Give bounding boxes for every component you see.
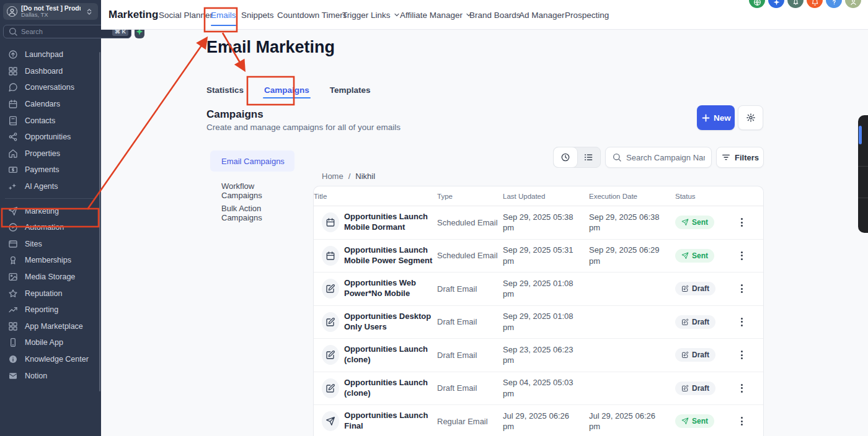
settings-button[interactable] xyxy=(738,105,763,130)
header-avatar-button[interactable] xyxy=(845,0,861,8)
campaign-type: Scheduled Email xyxy=(437,218,503,227)
sidebar-item-conversations[interactable]: Conversations xyxy=(0,79,99,96)
sidebar-item-contacts[interactable]: Contacts xyxy=(0,112,99,129)
topnav-prospecting[interactable]: ProspectingNew xyxy=(565,0,609,30)
tab-statistics[interactable]: Statistics xyxy=(206,78,244,104)
sidebar-item-reporting[interactable]: Reporting xyxy=(0,302,99,318)
location-switcher[interactable]: [Do not Test ] Produ... Dallas, TX xyxy=(3,3,98,20)
execution-date: Sep 29, 2025 06:29 pm xyxy=(589,245,662,266)
sidebar-item-notion[interactable]: Notion xyxy=(0,367,99,384)
campaign-type: Regular Email xyxy=(437,417,503,426)
row-type-calendar-icon xyxy=(322,212,339,232)
history-view-button[interactable] xyxy=(554,147,577,167)
topnav-social-planner[interactable]: Social Planner xyxy=(159,0,213,30)
topnav-affiliate-manager[interactable]: Affiliate Manager xyxy=(400,0,472,30)
rocket-icon xyxy=(792,0,800,6)
tab-campaigns[interactable]: Campaigns xyxy=(264,78,309,104)
avatar-icon xyxy=(849,0,857,6)
campaign-title[interactable]: Opportunities Launch Final xyxy=(344,411,437,432)
subnav-email-campaigns[interactable]: Email Campaigns xyxy=(210,150,294,172)
header-rocket-button[interactable] xyxy=(787,0,804,8)
row-type-calendar-icon xyxy=(322,246,339,266)
table-row[interactable]: Opportunities Web Power*No MobileDraft E… xyxy=(314,272,763,306)
filters-button[interactable]: Filters xyxy=(716,147,764,168)
reporting-icon xyxy=(8,305,18,315)
header-bell-button[interactable] xyxy=(807,0,823,8)
row-type-send-icon xyxy=(322,411,339,431)
marketplace-icon xyxy=(8,321,18,331)
row-menu-button[interactable] xyxy=(734,348,749,362)
sidebar-search-input[interactable] xyxy=(21,28,109,35)
row-menu-button[interactable] xyxy=(734,381,749,395)
topnav-brand-boards[interactable]: Brand Boards xyxy=(469,0,521,30)
campaign-title[interactable]: Opportunities Desktop Only Users xyxy=(344,312,437,333)
sidebar-item-marketing[interactable]: Marketing xyxy=(0,203,99,219)
sidebar-item-memberships[interactable]: Memberships xyxy=(0,252,99,269)
star-icon xyxy=(8,289,18,299)
sidebar-item-automation[interactable]: Automation xyxy=(0,219,99,236)
column-header-status: Status xyxy=(675,193,724,200)
status-badge: Sent xyxy=(675,414,714,428)
topnav-label: Countdown Timers xyxy=(277,11,347,20)
campaign-title[interactable]: Opportunities Launch (clone) xyxy=(344,344,437,365)
header-sparkles-button[interactable] xyxy=(768,0,784,8)
list-icon xyxy=(583,152,593,162)
sidebar-item-label: Media Storage xyxy=(25,272,75,281)
subnav-bulk-action-campaigns[interactable]: Bulk Action Campaigns xyxy=(210,204,294,222)
campaign-title[interactable]: Opportunities Launch Mobile Dormant xyxy=(344,212,437,233)
status-badge: Sent xyxy=(675,249,714,263)
sidebar-item-opportunities[interactable]: Opportunities xyxy=(0,129,99,146)
topnav-trigger-links[interactable]: Trigger Links xyxy=(342,0,401,30)
sidebar-item-media-storage[interactable]: Media Storage xyxy=(0,269,99,286)
topnav-ad-manager[interactable]: Ad Manager xyxy=(519,0,565,30)
table-row[interactable]: Opportunities Launch Mobile DormantSched… xyxy=(314,206,763,240)
sidebar-item-properties[interactable]: Properties xyxy=(0,146,99,162)
list-view-button[interactable] xyxy=(577,147,601,167)
row-menu-button[interactable] xyxy=(734,249,749,263)
table-row[interactable]: Opportunities Desktop Only UsersDraft Em… xyxy=(314,306,763,339)
sidebar-item-ai-agents[interactable]: AI Agents xyxy=(0,178,99,195)
row-menu-button[interactable] xyxy=(734,315,749,329)
row-menu-button[interactable] xyxy=(734,216,749,229)
row-menu-button[interactable] xyxy=(734,282,749,295)
status-badge: Draft xyxy=(675,315,715,329)
table-row[interactable]: Opportunities Launch FinalRegular EmailJ… xyxy=(314,405,763,436)
gear-icon xyxy=(746,113,756,123)
sidebar-item-dashboard[interactable]: Dashboard xyxy=(0,63,99,80)
sidebar-item-calendars[interactable]: Calendars xyxy=(0,96,99,113)
contacts-icon xyxy=(8,116,18,126)
sidebar-item-reputation[interactable]: Reputation xyxy=(0,285,99,302)
search-icon xyxy=(612,152,622,162)
collapsed-side-widget[interactable] xyxy=(858,115,868,233)
sidebar-item-knowledge-center[interactable]: Knowledge Center xyxy=(0,351,99,368)
sidebar-item-label: Payments xyxy=(25,165,60,174)
campaign-search[interactable] xyxy=(605,147,712,168)
edit-icon xyxy=(681,351,689,359)
sidebar-item-app-marketplace[interactable]: App Marketplace xyxy=(0,318,99,335)
topnav-emails[interactable]: Emails xyxy=(211,0,236,30)
page-tabs: StatisticsCampaignsTemplates xyxy=(206,78,371,104)
header-help-button[interactable] xyxy=(826,0,842,8)
topnav-countdown-timers[interactable]: Countdown Timers xyxy=(277,0,347,30)
campaign-title[interactable]: Opportunities Launch Mobile Power Segmen… xyxy=(344,245,437,266)
sidebar-item-payments[interactable]: Payments xyxy=(0,162,99,178)
campaign-type: Draft Email xyxy=(437,351,503,360)
row-menu-button[interactable] xyxy=(734,414,749,428)
new-campaign-button[interactable]: New xyxy=(697,105,735,130)
campaign-title[interactable]: Opportunities Launch (clone) xyxy=(344,378,437,399)
subnav-workflow-campaigns[interactable]: Workflow Campaigns xyxy=(210,181,294,200)
campaign-title[interactable]: Opportunities Web Power*No Mobile xyxy=(344,278,437,299)
header-globe-button[interactable] xyxy=(749,0,765,8)
sidebar-item-mobile-app[interactable]: Mobile App xyxy=(0,334,99,351)
sidebar-item-launchpad[interactable]: Launchpad xyxy=(0,46,99,63)
topnav-snippets[interactable]: Snippets xyxy=(241,0,274,30)
tab-templates[interactable]: Templates xyxy=(330,78,371,104)
table-row[interactable]: Opportunities Launch (clone)Draft EmailS… xyxy=(314,372,763,406)
unfold-icon xyxy=(84,7,94,17)
campaign-search-input[interactable] xyxy=(626,153,705,162)
sidebar-item-sites[interactable]: Sites xyxy=(0,236,99,253)
table-row[interactable]: Opportunities Launch Mobile Power Segmen… xyxy=(314,240,763,273)
table-row[interactable]: Opportunities Launch (clone)Draft EmailS… xyxy=(314,339,763,372)
sidebar-scrollbar[interactable] xyxy=(99,52,100,391)
breadcrumb-home[interactable]: Home xyxy=(322,172,343,181)
